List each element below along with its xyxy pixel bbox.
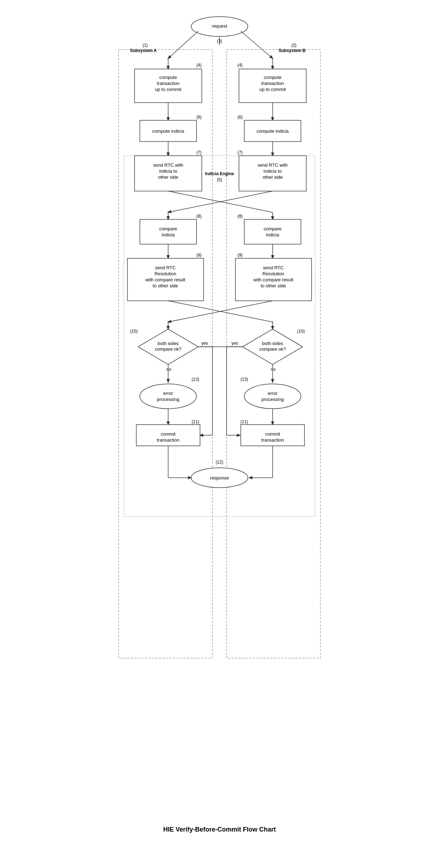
both-sides-b-line1: both sides — [262, 341, 283, 346]
subsystem-b-label: Subsystem B — [279, 48, 306, 53]
step11b-label: (11) — [240, 419, 248, 424]
send-res-a-line4: to other side — [153, 283, 178, 288]
step5-label: (5) — [217, 177, 222, 182]
send-rtc-b-line2: indicia to — [263, 168, 281, 174]
compare-indicia-a-line2: indicia — [162, 232, 175, 237]
commit-b-line2: transaction — [261, 437, 284, 443]
yes-a-label: yes — [201, 341, 208, 346]
compute-a-line3: up to commit — [155, 87, 182, 92]
chart-title: HIE Verify-Before-Commit Flow Chart — [163, 826, 276, 833]
send-res-a-line2: Resolution — [154, 271, 176, 276]
compute-a-line2: transaction — [157, 81, 179, 86]
step8b-label: (8) — [238, 214, 243, 219]
yes-b-label: yes — [232, 341, 238, 346]
step10b-label: (10) — [297, 329, 304, 334]
both-sides-a-line1: both sides — [158, 341, 179, 346]
step4a-label: (4) — [196, 63, 202, 68]
send-res-b-line4: to other side — [261, 283, 286, 288]
send-res-b-line1: send RTC — [263, 265, 284, 270]
error-b-line2: processing — [262, 397, 284, 402]
svg-rect-23 — [140, 219, 196, 244]
both-sides-b-line2: compare ok? — [259, 346, 286, 352]
svg-rect-24 — [244, 219, 301, 244]
no-a-label: no — [166, 367, 171, 372]
step10a-label: (10) — [130, 329, 137, 334]
svg-line-6 — [241, 31, 273, 58]
compute-b-line2: transaction — [261, 81, 284, 86]
error-b-line1: error — [268, 391, 278, 396]
send-res-b-line3: with compare result — [253, 277, 293, 282]
step3-label: (3) — [217, 39, 222, 44]
send-res-a-line3: with compare result — [145, 277, 186, 282]
both-sides-a-line2: compare ok? — [155, 346, 181, 352]
step11a-label: (11) — [192, 419, 199, 424]
error-a-line2: processing — [157, 397, 179, 402]
step6b-label: (6) — [238, 115, 243, 120]
step1-label: (1) — [143, 43, 148, 48]
subsystem-a-label: Subsystem A — [130, 48, 157, 53]
step13b-label: (13) — [240, 377, 248, 382]
response-label: response — [210, 475, 229, 481]
page-container: request (1) Subsystem A (2) Subsystem B … — [110, 7, 329, 833]
step2-label: (2) — [291, 43, 297, 48]
compare-indicia-b-line2: indicia — [266, 232, 280, 237]
step8a-label: (8) — [196, 214, 202, 219]
error-a — [140, 384, 196, 409]
step9a-label: (9) — [196, 253, 202, 258]
send-rtc-a-line1: send RTC with — [153, 162, 183, 168]
compute-indicia-b: compute indicia — [257, 128, 289, 134]
compute-b-line1: compute — [264, 75, 281, 80]
send-rtc-b-line1: send RTC with — [257, 162, 287, 168]
compute-indicia-a: compute indicia — [152, 128, 184, 134]
commit-a-line2: transaction — [157, 437, 179, 443]
error-b — [244, 384, 301, 409]
step12-label: (12) — [216, 460, 223, 465]
step4b-label: (4) — [238, 63, 243, 68]
step7b-label: (7) — [238, 150, 243, 155]
send-res-b-line2: Resolution — [262, 271, 284, 276]
step13a-label: (13) — [192, 377, 199, 382]
indicia-engine-label: Indicia Engine — [205, 171, 234, 176]
compute-b-line3: up to commit — [260, 87, 286, 92]
commit-b-line1: commit — [265, 431, 280, 437]
step7a-label: (7) — [196, 150, 202, 155]
send-res-a-line1: send RTC — [155, 265, 176, 270]
step6a-label: (6) — [196, 115, 202, 120]
request-label: request — [212, 23, 227, 29]
commit-a-line1: commit — [161, 431, 176, 437]
compare-indicia-a-line1: compare — [159, 226, 177, 231]
step9b-label: (9) — [238, 253, 243, 258]
svg-line-4 — [168, 31, 198, 58]
send-rtc-a-line3: other side — [158, 174, 178, 180]
send-rtc-a-line2: indicia to — [159, 168, 177, 174]
error-a-line1: error — [163, 391, 173, 396]
compare-indicia-b-line1: compare — [264, 226, 282, 231]
no-b-label: no — [271, 367, 276, 372]
send-rtc-b-line3: other side — [262, 174, 283, 180]
compute-a-line1: compute — [159, 75, 177, 80]
diagram-area: request (1) Subsystem A (2) Subsystem B … — [113, 7, 326, 822]
